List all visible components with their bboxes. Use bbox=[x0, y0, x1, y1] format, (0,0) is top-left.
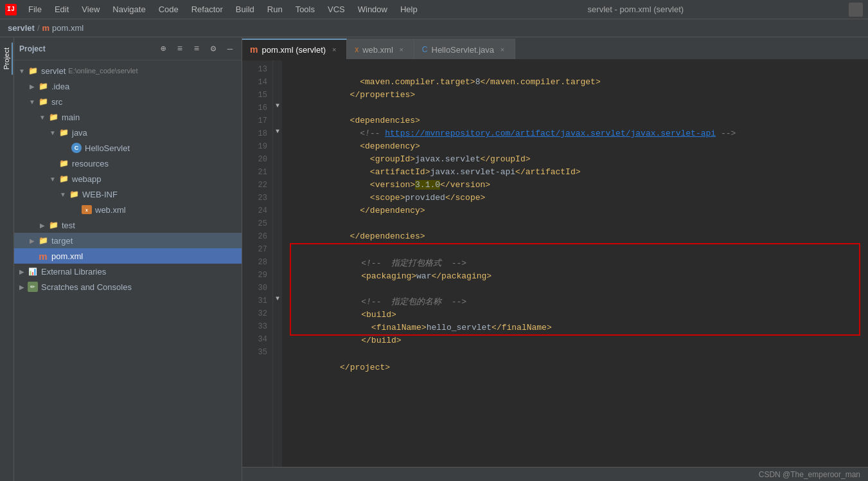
tabs-bar: m pom.xml (servlet) × x web.xml × C Hell… bbox=[242, 37, 868, 60]
sidebar-header: Project ⊕ ≡ ≡ ⚙ — bbox=[14, 37, 242, 60]
gutter-28 bbox=[273, 253, 282, 266]
tree-arrow-servlet: ▼ bbox=[17, 68, 27, 75]
gutter-29 bbox=[273, 266, 282, 279]
sidebar-icon-collapse[interactable]: ≡ bbox=[190, 42, 203, 55]
code-line-16: <dependencies> bbox=[290, 102, 860, 114]
gutter-18[interactable]: ▼ bbox=[273, 125, 282, 138]
tab-pomxml[interactable]: m pom.xml (servlet) × bbox=[242, 39, 347, 59]
gutter-14 bbox=[273, 73, 282, 86]
tree-label-java: java bbox=[72, 128, 87, 138]
tree-label-src: src bbox=[51, 97, 62, 107]
tree-arrow-scratches: ▶ bbox=[17, 284, 27, 291]
tab-close-webxml[interactable]: × bbox=[397, 45, 406, 54]
breadcrumb-project[interactable]: servlet bbox=[8, 23, 35, 33]
tab-webxml[interactable]: x web.xml × bbox=[347, 39, 414, 59]
menu-window[interactable]: Window bbox=[353, 3, 393, 15]
tree-arrow-idea: ▶ bbox=[27, 83, 37, 90]
tree-label-webxml: web.xml bbox=[95, 205, 126, 215]
gutter-15 bbox=[273, 86, 282, 99]
gutter-19 bbox=[273, 138, 282, 150]
tree-item-src[interactable]: ▼ 📁 src bbox=[14, 94, 242, 109]
side-tab-project[interactable]: Project bbox=[1, 42, 13, 75]
tree-item-servlet-root[interactable]: ▼ 📁 servlet E:\online_code\servlet bbox=[14, 63, 242, 78]
menu-refactor[interactable]: Refactor bbox=[186, 3, 228, 15]
tree-item-test[interactable]: ▶ 📁 test bbox=[14, 217, 242, 233]
code-line-35: </project> bbox=[290, 349, 860, 361]
breadcrumb-file[interactable]: pom.xml bbox=[52, 23, 84, 33]
tree-item-helloservlet[interactable]: ▶ C HelloServlet bbox=[14, 140, 242, 156]
folder-icon-test: 📁 bbox=[48, 220, 59, 230]
gutter-35 bbox=[273, 343, 282, 356]
tree-label-helloservlet: HelloServlet bbox=[85, 143, 130, 153]
gutter-20 bbox=[273, 150, 282, 163]
sidebar-title: Project bbox=[19, 44, 153, 53]
gutter-25 bbox=[273, 215, 282, 228]
user-avatar[interactable] bbox=[849, 3, 863, 17]
tree-item-scratches[interactable]: ▶ ✏ Scratches and Consoles bbox=[14, 279, 242, 295]
tree-arrow-src: ▼ bbox=[27, 98, 37, 105]
sidebar-icon-sort[interactable]: ≡ bbox=[173, 42, 186, 55]
tree-item-external-libraries[interactable]: ▶ 📊 External Libraries bbox=[14, 264, 242, 279]
tree-arrow-java: ▼ bbox=[48, 129, 58, 136]
folder-icon: 📁 bbox=[27, 66, 39, 76]
tree-item-main[interactable]: ▼ 📁 main bbox=[14, 109, 242, 125]
breadcrumb: servlet / m pom.xml bbox=[8, 23, 84, 33]
tree-arrow-target: ▶ bbox=[27, 237, 37, 244]
menu-view[interactable]: View bbox=[76, 3, 105, 15]
menu-help[interactable]: Help bbox=[395, 3, 423, 15]
tree-item-idea[interactable]: ▶ 📁 .idea bbox=[14, 78, 242, 94]
tree-arrow-webinf: ▼ bbox=[58, 191, 68, 198]
folder-icon-java: 📁 bbox=[58, 127, 69, 138]
tree-label-idea: .idea bbox=[51, 82, 69, 91]
tree-label-target: target bbox=[51, 236, 73, 246]
menu-navigate[interactable]: Navigate bbox=[107, 3, 150, 15]
tab-close-helloservlet[interactable]: × bbox=[498, 45, 507, 54]
tab-icon-xml: x bbox=[355, 45, 359, 54]
tree-arrow-ext-libs: ▶ bbox=[17, 268, 27, 275]
tab-close-pomxml[interactable]: × bbox=[330, 45, 339, 54]
code-line-27: <!-- 指定打包格式 --> bbox=[291, 244, 859, 257]
status-text: CSDN @The_emperoor_man bbox=[759, 470, 860, 479]
menu-file[interactable]: File bbox=[23, 3, 47, 15]
gutter-23 bbox=[273, 189, 282, 202]
menu-build[interactable]: Build bbox=[231, 3, 260, 15]
maven-icon-pomxml: m bbox=[37, 251, 49, 261]
gutter-16[interactable]: ▼ bbox=[273, 99, 282, 112]
folder-icon-src: 📁 bbox=[37, 96, 49, 107]
sidebar: Project ⊕ ≡ ≡ ⚙ — ▼ 📁 servlet E:\online_… bbox=[14, 37, 242, 481]
main-layout: Project Project ⊕ ≡ ≡ ⚙ — ▼ 📁 servlet E:… bbox=[0, 37, 868, 481]
status-bar: CSDN @The_emperoor_man bbox=[242, 467, 868, 481]
tab-label-helloservlet: HelloServlet.java bbox=[432, 45, 495, 55]
tree-arrow-test: ▶ bbox=[37, 222, 48, 229]
sidebar-icon-close[interactable]: — bbox=[224, 42, 236, 55]
gutter-24 bbox=[273, 202, 282, 215]
tree-item-java[interactable]: ▼ 📁 java bbox=[14, 125, 242, 140]
menu-tools[interactable]: Tools bbox=[290, 3, 320, 15]
tab-helloservlet[interactable]: C HelloServlet.java × bbox=[414, 39, 515, 59]
gutter-31[interactable]: ▼ bbox=[273, 292, 282, 305]
menu-edit[interactable]: Edit bbox=[49, 3, 74, 15]
folder-icon-resources: 📁 bbox=[58, 158, 69, 168]
gutter-33 bbox=[273, 318, 282, 331]
tree-item-target[interactable]: ▶ 📁 target bbox=[14, 233, 242, 248]
menu-bar: IJ File Edit View Navigate Code Refactor… bbox=[0, 0, 868, 19]
tree-item-resources[interactable]: ▶ 📁 resources bbox=[14, 156, 242, 171]
menu-vcs[interactable]: VCS bbox=[323, 3, 350, 15]
code-content[interactable]: <maven.compiler.target>8</maven.compiler… bbox=[282, 60, 868, 467]
tree-label-scratches: Scratches and Consoles bbox=[41, 282, 132, 292]
folder-icon-webapp: 📁 bbox=[58, 174, 69, 184]
sidebar-icon-settings[interactable]: ⚙ bbox=[207, 42, 220, 55]
tab-icon-class: C bbox=[422, 45, 428, 54]
sidebar-icon-layout[interactable]: ⊕ bbox=[157, 42, 170, 55]
tree-item-webinf[interactable]: ▼ 📁 WEB-INF bbox=[14, 186, 242, 202]
folder-icon-main: 📁 bbox=[48, 112, 59, 122]
tree-item-pomxml[interactable]: ▶ m pom.xml bbox=[14, 248, 242, 264]
gutter-27 bbox=[273, 240, 282, 253]
tree-item-webapp[interactable]: ▼ 📁 webapp bbox=[14, 171, 242, 186]
editor-content: 13 14 15 16 17 18 19 20 21 22 23 24 25 2… bbox=[242, 60, 868, 467]
menu-run[interactable]: Run bbox=[262, 3, 288, 15]
tree-item-webxml[interactable]: ▶ x web.xml bbox=[14, 202, 242, 217]
code-line-30: <!-- 指定包的名称 --> bbox=[291, 283, 859, 296]
gutter-22 bbox=[273, 176, 282, 189]
menu-code[interactable]: Code bbox=[154, 3, 184, 15]
